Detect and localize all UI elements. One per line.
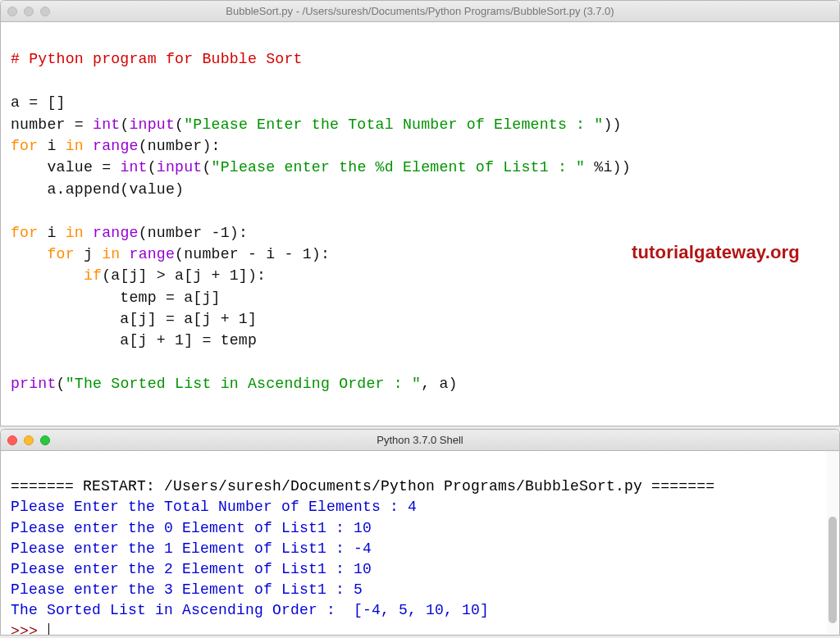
shell-window: Python 3.7.0 Shell ======= RESTART: /Use… — [0, 429, 840, 636]
keyword-if: if — [11, 267, 102, 284]
minimize-icon[interactable] — [24, 7, 34, 16]
keyword-in: in — [66, 138, 84, 154]
code-line: number = — [11, 116, 93, 133]
shell-line: Please enter the 2 Element of List1 : 10 — [11, 561, 372, 577]
shell-line: Please enter the 0 Element of List1 : 10 — [11, 520, 372, 536]
code-comment: # Python program for Bubble Sort — [11, 51, 303, 67]
shell-prompt: >>> — [11, 623, 47, 636]
close-icon[interactable] — [7, 435, 17, 445]
code-line: a = [] — [11, 94, 66, 111]
watermark-text: tutorialgateway.org — [632, 239, 800, 266]
traffic-lights — [7, 7, 50, 16]
shell-line: Please Enter the Total Number of Element… — [11, 499, 417, 515]
editor-title: BubbleSort.py - /Users/suresh/Documents/… — [1, 5, 839, 17]
editor-window: BubbleSort.py - /Users/suresh/Documents/… — [0, 0, 840, 426]
editor-titlebar[interactable]: BubbleSort.py - /Users/suresh/Documents/… — [1, 1, 839, 22]
builtin-print: print — [11, 376, 57, 392]
zoom-icon[interactable] — [40, 435, 50, 445]
code-line: a[j + 1] = temp — [11, 332, 257, 349]
builtin-int: int — [93, 116, 120, 133]
minimize-icon[interactable] — [24, 435, 34, 445]
builtin-range: range — [93, 138, 139, 154]
shell-line: Please enter the 1 Element of List1 : -4 — [11, 540, 372, 557]
builtin-input: input — [130, 116, 176, 133]
restart-line: ======= RESTART: /Users/suresh/Documents… — [11, 478, 714, 494]
string-literal: "Please Enter the Total Number of Elemen… — [184, 116, 603, 133]
string-literal: "The Sorted List in Ascending Order : " — [66, 376, 421, 392]
code-line: a.append(value) — [11, 181, 184, 198]
shell-titlebar[interactable]: Python 3.7.0 Shell — [1, 430, 839, 451]
code-line: a[j] = a[j + 1] — [11, 311, 257, 327]
zoom-icon[interactable] — [40, 7, 50, 16]
close-icon[interactable] — [7, 7, 17, 16]
cursor-icon — [48, 623, 49, 636]
string-literal: "Please enter the %d Element of List1 : … — [212, 159, 586, 175]
keyword-for: for — [11, 138, 38, 154]
scrollbar-track[interactable] — [827, 451, 838, 635]
code-line: temp = a[j] — [11, 289, 221, 306]
scrollbar-thumb[interactable] — [829, 517, 837, 623]
shell-title: Python 3.7.0 Shell — [1, 434, 839, 446]
traffic-lights — [7, 435, 50, 445]
code-editor[interactable]: # Python program for Bubble Sort a = [] … — [1, 22, 839, 426]
shell-result: The Sorted List in Ascending Order : [-4… — [11, 602, 489, 618]
shell-output[interactable]: ======= RESTART: /Users/suresh/Documents… — [1, 451, 839, 635]
shell-line: Please enter the 3 Element of List1 : 5 — [11, 581, 363, 598]
